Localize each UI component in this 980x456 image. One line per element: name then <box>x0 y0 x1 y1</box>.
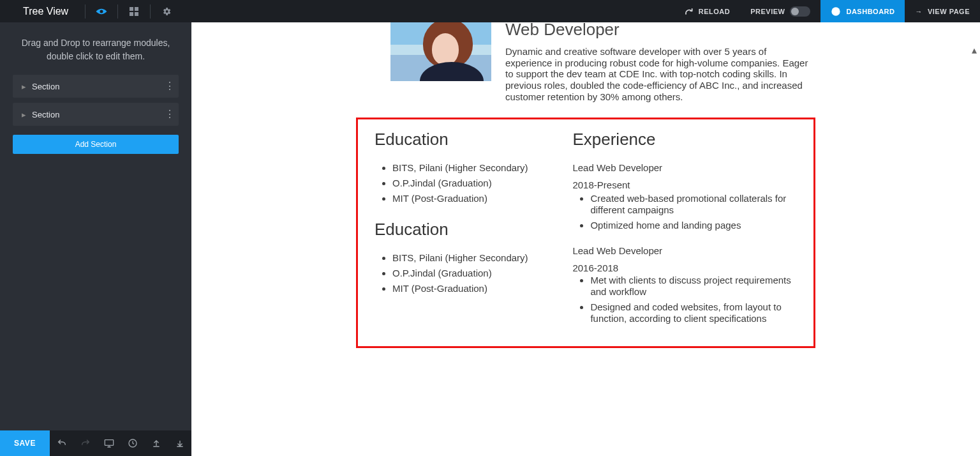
education-list: BITS, Pilani (Higher Secondary) O.P.Jind… <box>375 162 547 204</box>
job-title: Lead Web Developer <box>572 245 797 256</box>
save-button[interactable]: SAVE <box>0 430 50 456</box>
job-bullets: Met with clients to discuss project requ… <box>572 275 797 324</box>
education-heading: Education <box>375 220 547 239</box>
top-toolbar: Tree View RELOAD PREVIEW DASHBOARD → VIE… <box>0 0 980 22</box>
dashboard-label: DASHBOARD <box>846 8 895 15</box>
editor-canvas[interactable]: ▴ Web Developer Dynamic and creative sof… <box>191 22 980 456</box>
svg-rect-3 <box>135 12 138 16</box>
reload-button[interactable]: RELOAD <box>674 0 740 22</box>
more-icon[interactable]: ⋮ <box>165 103 174 126</box>
right-column: Experience Lead Web Developer 2018-Prese… <box>572 130 797 331</box>
settings-icon[interactable] <box>151 0 182 22</box>
scroll-up-icon[interactable]: ▴ <box>970 45 979 54</box>
caret-right-icon[interactable]: ▸ <box>19 110 28 119</box>
list-item: MIT (Post-Graduation) <box>392 283 547 294</box>
list-item: BITS, Pilani (Higher Secondary) <box>392 162 547 174</box>
view-page-button[interactable]: → VIEW PAGE <box>905 0 980 22</box>
undo-icon[interactable] <box>50 430 73 456</box>
svg-rect-0 <box>130 7 133 11</box>
more-icon[interactable]: ⋮ <box>165 75 174 98</box>
list-item: Met with clients to discuss project requ… <box>590 275 797 298</box>
page-content: Web Developer Dynamic and creative softw… <box>356 22 815 348</box>
caret-right-icon[interactable]: ▸ <box>19 82 28 91</box>
preview-toggle[interactable]: PREVIEW <box>740 0 820 22</box>
resume-header: Web Developer Dynamic and creative softw… <box>390 22 815 102</box>
intro-block: Web Developer Dynamic and creative softw… <box>505 22 815 102</box>
desktop-icon[interactable] <box>97 430 121 456</box>
add-section-button[interactable]: Add Section <box>13 135 179 154</box>
avatar-image <box>390 22 491 81</box>
reload-label: RELOAD <box>699 8 730 15</box>
preview-label: PREVIEW <box>750 8 785 15</box>
view-page-label: VIEW PAGE <box>928 8 970 15</box>
list-item: BITS, Pilani (Higher Secondary) <box>392 252 547 264</box>
history-icon[interactable] <box>121 430 144 456</box>
list-item: Designed and coded websites, from layout… <box>590 301 797 324</box>
selected-section[interactable]: Education BITS, Pilani (Higher Secondary… <box>356 118 815 348</box>
grid-view-icon[interactable] <box>118 0 150 22</box>
bottom-toolbar: SAVE <box>0 430 191 456</box>
tree-node-section[interactable]: ▸ Section ⋮ <box>13 75 179 98</box>
sidebar-hint: Drag and Drop to rearrange modules, doub… <box>13 30 179 75</box>
list-item: Optimized home and landing pages <box>590 220 797 231</box>
list-item: O.P.Jindal (Graduation) <box>392 178 547 189</box>
svg-rect-1 <box>135 7 138 11</box>
upload-icon[interactable] <box>144 430 168 456</box>
experience-heading: Experience <box>572 130 797 149</box>
job-period: 2018-Present <box>572 179 797 190</box>
tree-node-section[interactable]: ▸ Section ⋮ <box>13 103 179 126</box>
education-list: BITS, Pilani (Higher Secondary) O.P.Jind… <box>375 252 547 294</box>
job-period: 2016-2018 <box>572 262 797 273</box>
list-item: O.P.Jindal (Graduation) <box>392 268 547 279</box>
svg-rect-2 <box>130 12 133 16</box>
job-title: Lead Web Developer <box>572 162 797 173</box>
role-heading: Web Developer <box>505 22 815 40</box>
tree-sidebar: Drag and Drop to rearrange modules, doub… <box>0 22 191 430</box>
education-heading: Education <box>375 130 547 149</box>
tree-node-label: Section <box>32 82 59 91</box>
list-item: MIT (Post-Graduation) <box>392 193 547 204</box>
redo-icon[interactable] <box>73 430 97 456</box>
left-column: Education BITS, Pilani (Higher Secondary… <box>375 130 547 331</box>
tree-node-label: Section <box>32 110 59 119</box>
download-icon[interactable] <box>168 430 191 456</box>
job-bullets: Created web-based promotional collateral… <box>572 193 797 231</box>
dashboard-button[interactable]: DASHBOARD <box>820 0 905 22</box>
list-item: Created web-based promotional collateral… <box>590 193 797 216</box>
svg-rect-5 <box>105 440 113 446</box>
summary-text: Dynamic and creative software developer … <box>505 46 815 102</box>
arrow-right-icon: → <box>915 8 923 15</box>
panel-title: Tree View <box>0 6 85 17</box>
tree-view-icon[interactable] <box>85 0 117 22</box>
preview-switch-icon[interactable] <box>790 6 810 17</box>
